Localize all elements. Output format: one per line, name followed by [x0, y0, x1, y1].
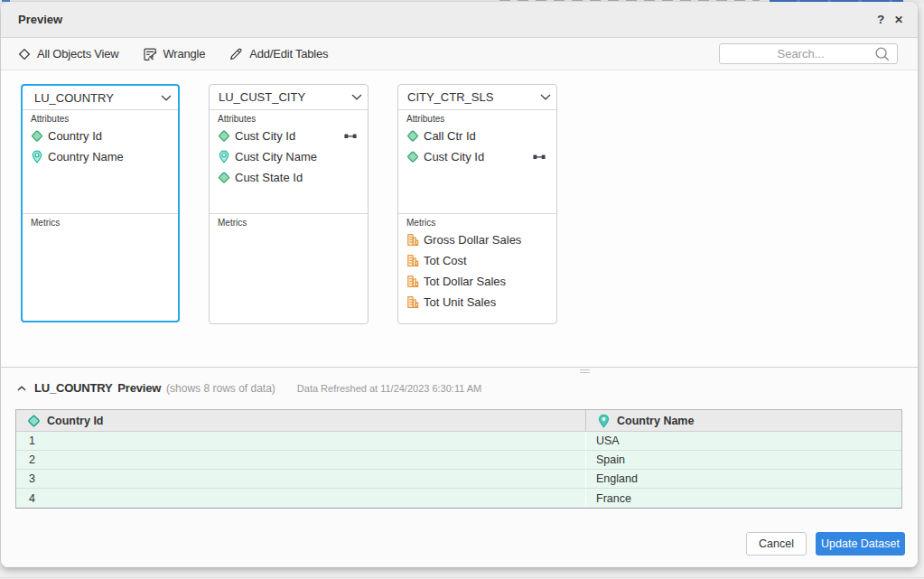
toolbar-item-add-edit-tables[interactable]: Add/Edit Tables: [229, 47, 328, 61]
geo-pin-icon: [31, 150, 43, 163]
preview-panel: LU_COUNTRY Preview (shows 8 rows of data…: [1, 368, 918, 567]
attribute-name: Call Ctr Id: [424, 129, 476, 143]
attribute-name: Cust City Id: [424, 150, 484, 163]
preview-label: Preview: [117, 381, 161, 395]
geo-pin-icon: [218, 150, 230, 163]
attribute-diamond-icon: [27, 414, 41, 428]
update-dataset-button[interactable]: Update Dataset: [816, 532, 905, 556]
metric-icon: [406, 275, 419, 288]
metrics-label: Metrics: [398, 214, 556, 229]
preview-panel-header: LU_COUNTRY Preview (shows 8 rows of data…: [17, 381, 481, 395]
table-card-lu-country[interactable]: LU_COUNTRY Attributes Country Id Country…: [21, 84, 180, 322]
column-header-label: Country Name: [617, 415, 694, 427]
attributes-label: Attributes: [210, 110, 368, 126]
column-header-country-id: Country Id: [16, 410, 586, 431]
attribute-diamond-icon: [31, 129, 43, 143]
dialog-title: Preview: [18, 13, 62, 26]
chevron-down-icon[interactable]: [161, 95, 172, 101]
wrangle-icon: [143, 47, 157, 61]
cell-country-name: England: [586, 470, 901, 488]
background-bottom-line: [0, 577, 924, 578]
column-header-label: Country Id: [47, 415, 104, 427]
attribute-name: Country Id: [48, 129, 102, 143]
card-attributes-section: Attributes Country Id Country Name: [23, 110, 178, 214]
attribute-item: Country Name: [23, 146, 178, 167]
table-header-row: Country Id Country Name: [16, 410, 901, 432]
help-button[interactable]: ?: [872, 13, 890, 26]
table-card-city-ctr-sls[interactable]: CITY_CTR_SLS Attributes Call Ctr Id Cust…: [397, 84, 557, 324]
cell-country-id: 2: [16, 451, 586, 469]
card-title: CITY_CTR_SLS: [407, 90, 493, 104]
data-refreshed-text: Data Refreshed at 11/24/2023 6:30:11 AM: [297, 383, 481, 394]
toolbar: All Objects View Wrangle Add/Edit Tables: [1, 38, 918, 70]
tables-canvas: LU_COUNTRY Attributes Country Id Country…: [1, 70, 918, 368]
toolbar-item-label: Wrangle: [163, 47, 206, 61]
toolbar-item-all-objects-view[interactable]: All Objects View: [18, 47, 119, 61]
collapse-chevron-icon[interactable]: [17, 386, 26, 391]
metric-icon: [406, 233, 419, 247]
join-link-icon: [533, 154, 546, 161]
splitter-grip-line: [580, 369, 590, 370]
attribute-diamond-icon: [218, 129, 230, 143]
metric-item: Tot Dollar Sales: [398, 271, 556, 292]
table-row: 4 France: [16, 489, 901, 508]
card-attributes-section: Attributes Cust City Id Cust City Name C…: [210, 110, 368, 214]
cell-country-id: 4: [16, 489, 586, 508]
toolbar-item-label: All Objects View: [37, 47, 119, 61]
card-header[interactable]: LU_CUST_CITY: [210, 85, 368, 110]
join-link-icon: [344, 133, 357, 140]
metric-name: Gross Dollar Sales: [424, 233, 521, 247]
metric-name: Tot Unit Sales: [424, 295, 496, 309]
metric-icon: [406, 295, 419, 309]
preview-data-table: Country Id Country Name 1 USA 2 Spain 3 …: [15, 409, 902, 509]
search-input[interactable]: [720, 47, 874, 61]
table-row: 3 England: [16, 470, 901, 489]
splitter-handle[interactable]: [580, 369, 590, 375]
search-icon[interactable]: [874, 46, 891, 62]
cell-country-id: 1: [16, 432, 586, 450]
attribute-diamond-icon: [406, 150, 419, 163]
table-row: 1 USA: [16, 432, 901, 451]
cell-country-name: USA: [586, 432, 901, 450]
close-button[interactable]: ✕: [890, 14, 908, 26]
cell-country-id: 3: [16, 470, 586, 488]
attribute-name: Cust City Id: [235, 129, 295, 143]
table-row: 2 Spain: [16, 451, 901, 470]
diamond-outline-icon: [18, 48, 31, 61]
attribute-item: Cust City Name: [210, 146, 368, 167]
card-attributes-section: Attributes Call Ctr Id Cust City Id: [398, 110, 556, 214]
card-metrics-section: Metrics Gross Dollar Sales Tot Cost Tot …: [398, 214, 556, 323]
attribute-item: Cust State Id: [210, 167, 368, 188]
attributes-label: Attributes: [398, 110, 556, 126]
attribute-diamond-icon: [218, 171, 230, 184]
metric-icon: [406, 254, 419, 267]
card-header[interactable]: LU_COUNTRY: [23, 86, 178, 110]
card-metrics-section: Metrics: [23, 214, 178, 321]
metric-item: Gross Dollar Sales: [398, 229, 556, 250]
cell-country-name: Spain: [586, 451, 901, 469]
metrics-label: Metrics: [210, 214, 368, 229]
preview-table-name: LU_COUNTRY: [34, 381, 112, 395]
card-title: LU_CUST_CITY: [219, 90, 305, 104]
cancel-button[interactable]: Cancel: [746, 532, 807, 556]
attribute-name: Country Name: [48, 150, 124, 163]
metric-item: Tot Unit Sales: [398, 292, 556, 313]
metric-name: Tot Dollar Sales: [424, 275, 506, 288]
toolbar-item-wrangle[interactable]: Wrangle: [143, 47, 206, 61]
attribute-name: Cust City Name: [235, 150, 317, 163]
chevron-down-icon[interactable]: [540, 94, 551, 100]
background-text-sliver: [499, 0, 760, 1]
attribute-name: Cust State Id: [235, 171, 303, 184]
metric-name: Tot Cost: [424, 254, 467, 267]
search-box: [719, 43, 898, 64]
metric-item: Tot Cost: [398, 250, 556, 271]
splitter-grip-line: [580, 372, 590, 373]
attribute-item: Country Id: [23, 126, 178, 146]
card-header[interactable]: CITY_CTR_SLS: [398, 85, 556, 110]
table-card-lu-cust-city[interactable]: LU_CUST_CITY Attributes Cust City Id Cus…: [209, 84, 369, 324]
chevron-down-icon[interactable]: [351, 94, 362, 100]
attribute-item: Call Ctr Id: [398, 126, 556, 146]
preview-dialog: Preview ? ✕ All Objects View Wrangle Add…: [1, 2, 918, 567]
pencil-icon: [229, 47, 243, 61]
attribute-item: Cust City Id: [210, 126, 368, 146]
